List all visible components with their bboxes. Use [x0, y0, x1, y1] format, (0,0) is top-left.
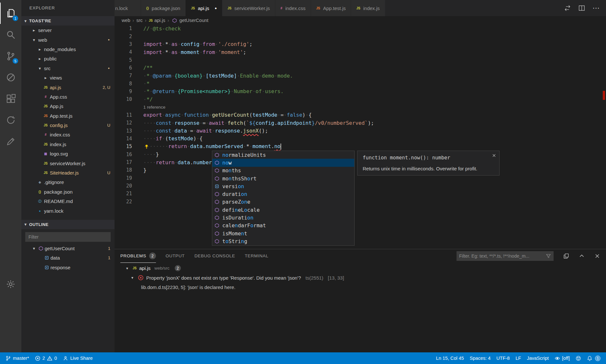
suggest-item[interactable]: toString — [212, 237, 354, 245]
problems-status[interactable]: 2 0 — [32, 352, 60, 364]
tree-item-src[interactable]: ▾src● — [21, 64, 115, 73]
tab-index.js[interactable]: JSindex.js — [351, 0, 385, 16]
code-line[interactable]: 21 — [115, 190, 601, 198]
debug-activity-button[interactable] — [0, 67, 21, 88]
tree-item-.gitignore[interactable]: ◈.gitignore — [21, 177, 115, 187]
tree-item-yarn.lock[interactable]: ●yarn.lock — [21, 206, 115, 215]
code-line[interactable]: 2 — [115, 32, 601, 40]
indentation-status[interactable]: Spaces: 4 — [467, 356, 494, 361]
feedback-smiley-status[interactable] — [573, 356, 584, 361]
suggest-item[interactable]: monthsShort — [212, 175, 354, 182]
tree-item-README.md[interactable]: ⓘREADME.md — [21, 197, 115, 206]
codelens-row[interactable]: 1 reference — [115, 103, 601, 111]
code-line[interactable]: 12····const·response·=·await·fetch(`${co… — [115, 119, 601, 127]
code-line[interactable]: 4import·*·as·moment·from·'moment'; — [115, 48, 601, 56]
screencast-status[interactable]: [off] — [552, 356, 573, 361]
tree-item-views[interactable]: ▸views — [21, 73, 115, 82]
suggest-item[interactable]: isMoment — [212, 230, 354, 237]
suggest-item[interactable]: version — [212, 182, 354, 190]
section-header-outline[interactable]: ▾ OUTLINE — [21, 220, 115, 229]
code-line[interactable]: 1//·@ts-check — [115, 25, 601, 32]
code-line[interactable]: 14····if·(testMode)·{ — [115, 135, 601, 143]
problems-filter-input[interactable] — [459, 253, 546, 259]
suggest-item[interactable]: parseZone — [212, 198, 354, 206]
cursor-position-status[interactable]: Ln 15, Col 45 — [433, 356, 467, 361]
tree-item-web[interactable]: ▾web● — [21, 35, 115, 44]
tree-item-index.js[interactable]: JSindex.js — [21, 140, 115, 149]
problems-related-row[interactable]: lib.dom.d.ts[2230, 5]: 'json' is declare… — [115, 283, 606, 292]
tree-item-logo.svg[interactable]: ▦logo.svg — [21, 149, 115, 158]
suggest-item[interactable]: calendarFormat — [212, 222, 354, 230]
outline-item-data[interactable]: data1 — [21, 253, 115, 262]
breadcrumb-api.js[interactable]: JSapi.js — [149, 18, 165, 23]
tree-item-SiteHeader.js[interactable]: JSSiteHeader.jsU — [21, 168, 115, 177]
suggest-item[interactable]: months — [212, 167, 354, 175]
tree-item-serviceWorker.js[interactable]: JSserviceWorker.js — [21, 158, 115, 168]
split-editor-icon[interactable] — [578, 5, 585, 12]
close-icon[interactable] — [492, 153, 496, 158]
tree-item-config.js[interactable]: JSconfig.jsU — [21, 121, 115, 130]
tree-item-api.js[interactable]: JSapi.js2, U — [21, 82, 115, 92]
live-share-activity-button[interactable] — [0, 109, 21, 131]
notifications-status[interactable]: 1 — [584, 356, 603, 361]
tree-item-public[interactable]: ▸public — [21, 54, 115, 63]
suggest-item[interactable]: isDuration — [212, 214, 354, 221]
lightbulb-icon[interactable] — [144, 144, 149, 149]
suggest-item[interactable]: normalizeUnits — [212, 151, 354, 159]
code-line[interactable]: 20 — [115, 182, 601, 190]
suggest-item[interactable]: defineLocale — [212, 206, 354, 214]
tree-item-App.test.js[interactable]: JSApp.test.js — [21, 111, 115, 121]
code-line[interactable]: 7·*·@param·{boolean}·[testMode]·Enable·d… — [115, 72, 601, 80]
code-line[interactable]: 10·*/ — [115, 95, 601, 103]
outline-item-getUserCount[interactable]: ▾getUserCount1 — [21, 244, 115, 253]
explorer-activity-button[interactable]: 1 — [0, 3, 21, 24]
tree-item-index.css[interactable]: #index.css — [21, 130, 115, 139]
tab-n.lock[interactable]: n.lock — [115, 0, 141, 16]
open-changes-icon[interactable] — [564, 5, 571, 12]
settings-gear-button[interactable] — [0, 276, 21, 292]
tab-debug-console[interactable]: DEBUG CONSOLE — [194, 249, 235, 263]
code-line[interactable]: 22 — [115, 198, 601, 206]
tab-App.test.js[interactable]: JSApp.test.js — [311, 0, 351, 16]
tab-problems[interactable]: PROBLEMS 2 — [120, 249, 156, 263]
code-line[interactable]: 13····const·data·=·await·response.jsonX(… — [115, 127, 601, 134]
tree-item-package.json[interactable]: {}package.json — [21, 187, 115, 197]
code-line[interactable]: 9·*·@return·{Promise<number>}·Number·of·… — [115, 88, 601, 95]
code-line[interactable]: 11export·async·function·getUserCount(tes… — [115, 111, 601, 119]
search-activity-button[interactable] — [0, 24, 21, 45]
tab-output[interactable]: OUTPUT — [166, 249, 185, 263]
panel-close-icon[interactable] — [594, 253, 600, 259]
code-line[interactable]: 8·* — [115, 80, 601, 87]
extensions-activity-button[interactable] — [0, 88, 21, 109]
encoding-status[interactable]: UTF-8 — [493, 356, 512, 361]
git-branch-status[interactable]: master* — [3, 352, 32, 364]
more-actions-icon[interactable]: ⋯ — [592, 6, 600, 10]
breadcrumb-web[interactable]: web — [122, 18, 130, 23]
outline-filter-input[interactable] — [25, 232, 111, 242]
problems-error-row[interactable]: ▾ Property 'jsonX' does not exist on typ… — [115, 273, 606, 282]
suggest-item[interactable]: now — [212, 159, 354, 166]
codelens-references[interactable]: 1 reference — [143, 105, 165, 110]
code-line[interactable]: 5 — [115, 56, 601, 64]
code-line[interactable]: 15········return·data.numberServed·*·mom… — [115, 143, 601, 150]
eol-status[interactable]: LF — [512, 356, 524, 361]
code-line[interactable]: 6/** — [115, 64, 601, 72]
suggest-item[interactable]: duration — [212, 190, 354, 198]
tab-terminal[interactable]: TERMINAL — [245, 249, 269, 263]
tree-item-node_modules[interactable]: ▸node_modules — [21, 45, 115, 54]
chevron-down-icon[interactable]: ▾ — [129, 275, 135, 280]
breadcrumb-getUserCount[interactable]: getUserCount — [171, 18, 208, 23]
tree-item-server[interactable]: ▸server — [21, 26, 115, 35]
tab-serviceWorker.js[interactable]: JSserviceWorker.js — [222, 0, 275, 16]
panel-maximize-icon[interactable] — [579, 253, 585, 259]
feedback-activity-button[interactable] — [0, 131, 21, 152]
language-mode-status[interactable]: JavaScript — [524, 356, 552, 361]
live-share-status[interactable]: Live Share — [60, 352, 95, 364]
tab-index.css[interactable]: #index.css — [275, 0, 311, 16]
breadcrumb-src[interactable]: src — [136, 18, 142, 23]
chevron-down-icon[interactable]: ▾ — [124, 266, 130, 271]
tree-item-App.js[interactable]: JSApp.js — [21, 102, 115, 111]
problems-file-row[interactable]: ▾ JS api.js web/src 2 — [115, 263, 606, 273]
tree-item-App.css[interactable]: #App.css — [21, 92, 115, 102]
source-control-activity-button[interactable]: 5 — [0, 45, 21, 67]
